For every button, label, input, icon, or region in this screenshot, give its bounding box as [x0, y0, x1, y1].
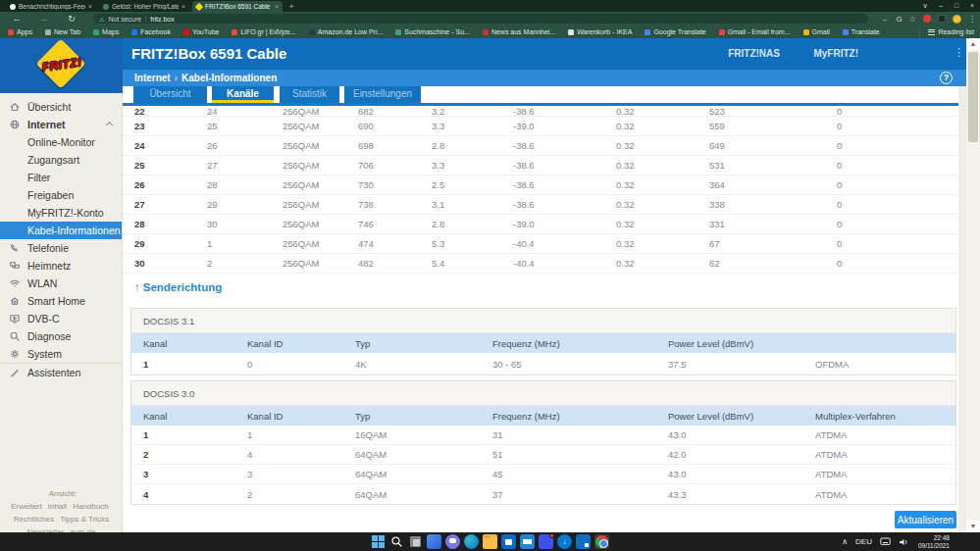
scrollbar-thumb[interactable] [968, 52, 978, 142]
tab-uebersicht[interactable]: Übersicht [133, 86, 207, 103]
file-explorer-icon[interactable] [483, 534, 497, 549]
bookmark-item[interactable]: Apps [8, 28, 32, 35]
nav-myfritz[interactable]: MyFRITZ! [813, 48, 858, 59]
mail-icon[interactable] [520, 534, 535, 549]
sidebar-item-zugangsart[interactable]: Zugangsart [0, 151, 122, 169]
tab-kanaele[interactable]: Kanäle [212, 86, 274, 103]
widgets-icon[interactable] [427, 534, 441, 549]
window-close-icon[interactable]: × [964, 0, 980, 12]
tab-close-icon[interactable]: × [88, 3, 92, 10]
store-icon[interactable] [501, 534, 516, 549]
bookmark-star-icon[interactable]: ☆ [909, 15, 916, 24]
volume-network-icon[interactable] [899, 537, 910, 547]
bookmark-item[interactable]: Gmail [803, 28, 830, 35]
bookmark-item[interactable]: Maps [93, 28, 119, 35]
forward-icon[interactable]: → [37, 12, 51, 25]
touch-keyboard-icon[interactable] [880, 537, 891, 546]
translate-icon[interactable]: G [897, 15, 903, 24]
sidebar-item-assistenten[interactable]: Assistenten [0, 363, 122, 380]
help-icon[interactable]: ? [940, 72, 953, 84]
back-icon[interactable]: ← [10, 12, 24, 25]
tab-close-icon[interactable]: × [181, 3, 185, 10]
tray-chevron-icon[interactable]: ∧ [842, 537, 848, 546]
sidebar-item-uebersicht[interactable]: Übersicht [0, 98, 122, 116]
window-menu-icon[interactable]: ∨ [917, 0, 933, 12]
sidebar-item-filter[interactable]: Filter [0, 169, 122, 186]
sidebar-item-dvb-c[interactable]: DVB-C [0, 310, 122, 327]
browser-tab[interactable]: Gelöst: Hoher Ping/Latenz Pack... × [99, 1, 189, 12]
task-view-icon[interactable] [408, 534, 423, 549]
taskbar-clock[interactable]: 22:48 09/11/2021 [918, 534, 950, 549]
footer-link-inhalt[interactable]: Inhalt [48, 502, 68, 511]
bookmark-item[interactable]: Gmail - Email from... [719, 28, 791, 35]
reading-list-button[interactable]: Reading list [919, 25, 974, 38]
send-to-device-icon[interactable]: ← [882, 15, 890, 24]
sidebar-item-kabel-informationen[interactable]: Kabel-Informationen [0, 222, 122, 239]
sidebar-item-online-monitor[interactable]: Online-Monitor [0, 133, 122, 151]
tab-einstellungen[interactable]: Einstellungen [344, 86, 421, 103]
table-cell: 482 [358, 258, 432, 269]
page-scrollbar[interactable]: ▲ ▼ [966, 38, 980, 532]
sidebar-item-heimnetz[interactable]: Heimnetz [0, 257, 122, 275]
edge-icon[interactable] [464, 534, 479, 549]
footer-link-rechtliches[interactable]: Rechtliches [14, 515, 54, 524]
globe-icon [9, 119, 21, 130]
new-tab-button[interactable]: + [286, 2, 296, 11]
footer-link-handbuch[interactable]: Handbuch [73, 502, 108, 511]
bookmark-item[interactable]: Translate [843, 28, 880, 35]
window-minimize-icon[interactable]: – [933, 0, 949, 12]
tab-close-icon[interactable]: × [275, 3, 279, 10]
breadcrumb-section[interactable]: Internet [134, 73, 171, 83]
language-indicator[interactable]: DEU [855, 537, 872, 546]
sidebar-item-myfritz-konto[interactable]: MyFRITZ!-Konto [0, 204, 122, 222]
bookmark-item[interactable]: Suchmaschine - Su... [395, 28, 470, 35]
bookmark-item[interactable]: Warenkorb - IKEA [568, 28, 632, 35]
table-cell: 738 [358, 199, 432, 210]
bookmark-item[interactable]: New Tab [45, 28, 80, 35]
address-bar[interactable]: ⚠ Not secure fritz.box [93, 14, 868, 24]
nav-fritznas[interactable]: FRITZ!NAS [728, 48, 780, 59]
window-maximize-icon[interactable]: □ [949, 0, 964, 12]
fritz-logo[interactable]: FRITZ! [0, 38, 123, 93]
browser-tab-active[interactable]: FRITZ!Box 6591 Cable × [192, 1, 283, 12]
table-cell: 62 [709, 258, 837, 269]
chrome-taskbar-icon[interactable] [594, 534, 609, 549]
table-row: 2628256QAM7302.5-38.60.323640 [123, 175, 958, 195]
scroll-down-icon[interactable]: ▼ [966, 521, 980, 532]
table-cell: 0.32 [616, 219, 709, 229]
sidebar-item-telefonie[interactable]: Telefonie [0, 239, 122, 257]
app-blue-badge-icon[interactable] [576, 534, 591, 549]
start-icon[interactable] [371, 534, 386, 549]
sidebar-item-freigaben[interactable]: Freigaben [0, 186, 122, 204]
footer-link-ansicht[interactable]: Ansicht: Erweitert [11, 489, 77, 511]
teams-chat-icon[interactable] [445, 534, 460, 549]
reload-icon[interactable]: ↻ [65, 12, 78, 25]
sidebar-item-system[interactable]: System [0, 345, 122, 363]
senderichtung-heading[interactable]: ↑Senderichtung [134, 281, 222, 293]
app-blue-arrow-icon[interactable]: ↓ [557, 534, 572, 549]
header-menu-icon[interactable]: ⋮ [954, 46, 963, 59]
refresh-button[interactable]: Aktualisieren [895, 511, 956, 528]
sidebar-item-internet[interactable]: Internet [0, 116, 122, 133]
footer-link-tipps[interactable]: Tipps & Tricks [60, 515, 109, 524]
bookmark-item[interactable]: YouTube [183, 28, 220, 35]
tab-statistik[interactable]: Statistik [280, 86, 339, 103]
sidebar-item-wlan[interactable]: WLAN [0, 275, 122, 292]
extension-icon[interactable] [938, 15, 946, 23]
bookmark-item[interactable]: News aus Mannhei... [483, 28, 555, 35]
extension-icon[interactable] [923, 15, 931, 23]
table-cell: 256QAM [283, 219, 358, 229]
bookmark-item[interactable]: Google Translate [645, 28, 705, 35]
bookmark-item[interactable]: Amazon.de Low Pri... [309, 28, 384, 35]
search-icon[interactable] [389, 534, 404, 549]
browser-menu-icon[interactable]: ⋮ [968, 15, 976, 24]
scroll-up-icon[interactable]: ▲ [966, 38, 980, 50]
sidebar-item-diagnose[interactable]: Diagnose [0, 327, 122, 345]
bookmark-item[interactable]: LiFO.gr | Ειδήσε... [232, 28, 295, 35]
discord-icon[interactable] [539, 534, 553, 549]
table-cell: 0.32 [616, 160, 709, 171]
profile-avatar[interactable] [953, 15, 961, 24]
sidebar-item-smart-home[interactable]: Smart Home [0, 292, 122, 310]
browser-tab[interactable]: Benachrichtigungs-Feed - Vodaf... × [6, 1, 96, 12]
bookmark-item[interactable]: Facebook [131, 28, 171, 35]
